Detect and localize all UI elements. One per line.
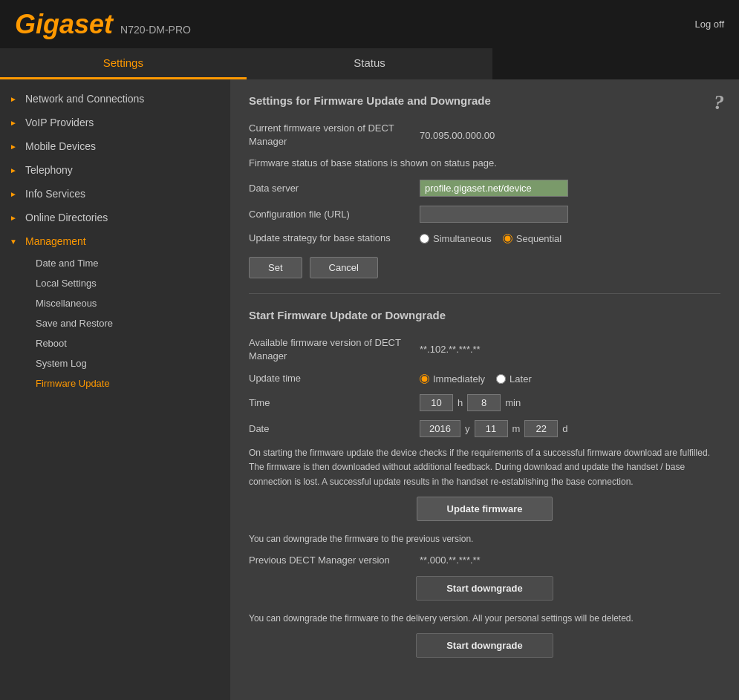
- radio-sequential-label: Sequential: [516, 233, 561, 244]
- start-downgrade-button-1[interactable]: Start downgrade: [416, 576, 553, 601]
- available-firmware-row: Available firmware version of DECT Manag…: [249, 336, 720, 363]
- tab-settings[interactable]: Settings: [0, 48, 247, 79]
- update-strategy-row: Update strategy for base stations Simult…: [249, 232, 720, 245]
- arrow-icon-online: ►: [7, 212, 19, 223]
- arrow-icon-mobile: ►: [7, 140, 19, 152]
- date-label: Date: [249, 422, 420, 436]
- update-time-row: Update time Immediately Later: [249, 372, 720, 385]
- radio-simultaneous[interactable]: Simultaneous: [420, 233, 492, 244]
- downgrade-desc1: You can downgrade the firmware to the pr…: [249, 532, 720, 546]
- section2-title: Start Firmware Update or Downgrade: [249, 309, 720, 325]
- sidebar-sub-date-time[interactable]: Date and Time: [28, 253, 230, 273]
- section1-title: Settings for Firmware Update and Downgra…: [249, 94, 720, 111]
- main-layout: ► Network and Connections ► VoIP Provide…: [0, 79, 739, 700]
- sidebar-item-telephony[interactable]: ► Telephony: [0, 158, 230, 182]
- radio-immediately-input[interactable]: [420, 374, 429, 384]
- time-label: Time: [249, 396, 420, 410]
- previous-version-label: Previous DECT Manager version: [249, 554, 420, 567]
- hour-unit: h: [458, 397, 463, 408]
- set-button[interactable]: Set: [249, 257, 302, 278]
- update-strategy-radios: Simultaneous Sequential: [420, 233, 561, 244]
- radio-immediately[interactable]: Immediately: [420, 373, 485, 385]
- logo-model: N720-DM-PRO: [120, 24, 191, 36]
- date-year-input[interactable]: [420, 420, 460, 437]
- sidebar-item-voip[interactable]: ► VoIP Providers: [0, 111, 230, 134]
- data-server-row: Data server: [249, 180, 720, 197]
- content-area: ? Settings for Firmware Update and Downg…: [230, 79, 739, 700]
- sidebar-item-online[interactable]: ► Online Directories: [0, 206, 230, 229]
- firmware-status-text: Firmware status of base stations is show…: [249, 157, 720, 169]
- info-paragraph: On starting the firmware update the devi…: [249, 446, 720, 489]
- arrow-icon-telephony: ►: [7, 164, 19, 176]
- sidebar-item-network[interactable]: ► Network and Connections: [0, 87, 230, 111]
- tab-spacer: [492, 48, 739, 79]
- start-downgrade-button-2[interactable]: Start downgrade: [416, 633, 553, 658]
- available-firmware-label: Available firmware version of DECT Manag…: [249, 336, 420, 363]
- arrow-icon-voip: ►: [7, 117, 19, 128]
- radio-later-input[interactable]: [496, 374, 506, 384]
- downgrade1-container: Start downgrade: [249, 576, 720, 601]
- arrow-icon-network: ►: [7, 93, 19, 105]
- time-min-input[interactable]: [467, 394, 501, 411]
- logo-text: Gigaset: [15, 9, 113, 40]
- downgrade2-container: Start downgrade: [249, 633, 720, 658]
- arrow-icon-info: ►: [7, 188, 19, 200]
- time-fields: h min: [420, 394, 525, 411]
- min-unit: min: [505, 397, 521, 408]
- firmware-version-row: Current firmware version of DECT Manager…: [249, 122, 720, 148]
- section1-buttons: Set Cancel: [249, 257, 720, 278]
- date-fields: y m d: [420, 420, 573, 437]
- date-row: Date y m d: [249, 420, 720, 437]
- update-firmware-container: Update firmware: [249, 497, 720, 521]
- log-off-link[interactable]: Log off: [694, 19, 724, 30]
- help-icon[interactable]: ?: [714, 91, 724, 114]
- previous-version-value: **.000.**.***.**: [420, 555, 481, 566]
- time-hour-input[interactable]: [420, 394, 453, 411]
- radio-simultaneous-input[interactable]: [420, 234, 429, 243]
- update-time-label: Update time: [249, 372, 420, 385]
- header: Gigaset N720-DM-PRO Log off: [0, 0, 739, 48]
- previous-version-row: Previous DECT Manager version **.000.**.…: [249, 554, 720, 567]
- tab-status[interactable]: Status: [247, 48, 493, 79]
- update-time-radios: Immediately Later: [420, 373, 532, 385]
- sidebar-item-mobile[interactable]: ► Mobile Devices: [0, 134, 230, 158]
- sidebar-sub-system-log[interactable]: System Log: [28, 353, 230, 373]
- sidebar-sub-firmware-update[interactable]: Firmware Update: [28, 373, 230, 393]
- update-firmware-button[interactable]: Update firmware: [417, 497, 553, 521]
- config-file-label: Configuration file (URL): [249, 208, 420, 221]
- sidebar-sub-local-settings[interactable]: Local Settings: [28, 273, 230, 293]
- firmware-version-label: Current firmware version of DECT Manager: [249, 122, 420, 148]
- date-month-input[interactable]: [475, 420, 508, 437]
- config-file-input[interactable]: [420, 206, 568, 223]
- sidebar-item-management[interactable]: ▼ Management: [0, 229, 230, 253]
- day-unit: d: [562, 423, 567, 434]
- sidebar-item-info[interactable]: ► Info Services: [0, 182, 230, 206]
- radio-later-label: Later: [510, 373, 532, 385]
- available-firmware-value: **.102.**.***.**: [420, 344, 481, 355]
- arrow-icon-management: ▼: [7, 235, 19, 247]
- firmware-version-value: 70.095.00.000.00: [420, 130, 495, 141]
- sidebar: ► Network and Connections ► VoIP Provide…: [0, 79, 230, 700]
- sidebar-management-sub: Date and Time Local Settings Miscellaneo…: [0, 253, 230, 393]
- radio-sequential-input[interactable]: [503, 234, 512, 243]
- year-unit: y: [465, 423, 470, 434]
- downgrade-desc2: You can downgrade the firmware to the de…: [249, 612, 720, 626]
- date-day-input[interactable]: [524, 420, 558, 437]
- config-file-row: Configuration file (URL): [249, 206, 720, 223]
- data-server-input[interactable]: [420, 180, 568, 197]
- sidebar-sub-reboot[interactable]: Reboot: [28, 333, 230, 353]
- radio-sequential[interactable]: Sequential: [503, 233, 561, 244]
- divider1: [249, 293, 720, 294]
- data-server-label: Data server: [249, 182, 420, 195]
- cancel-button[interactable]: Cancel: [310, 257, 378, 278]
- radio-immediately-label: Immediately: [433, 373, 485, 385]
- radio-later[interactable]: Later: [496, 373, 532, 385]
- month-unit: m: [512, 423, 521, 434]
- logo: Gigaset N720-DM-PRO: [15, 9, 191, 40]
- sidebar-sub-save-restore[interactable]: Save and Restore: [28, 313, 230, 333]
- radio-simultaneous-label: Simultaneous: [433, 233, 492, 244]
- sidebar-sub-miscellaneous[interactable]: Miscellaneous: [28, 293, 230, 313]
- update-strategy-label: Update strategy for base stations: [249, 232, 420, 245]
- time-row: Time h min: [249, 394, 720, 411]
- tab-bar: Settings Status: [0, 48, 739, 79]
